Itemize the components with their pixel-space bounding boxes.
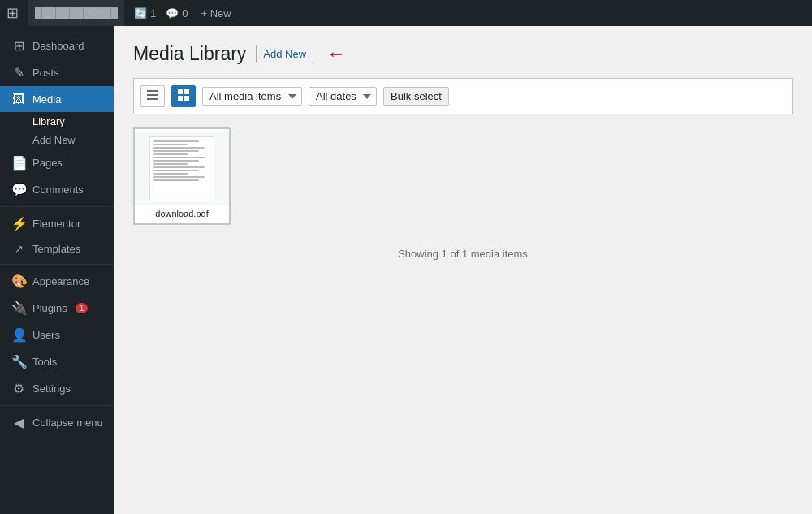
list-view-button[interactable] bbox=[140, 85, 165, 107]
list-view-icon bbox=[147, 89, 158, 101]
sidebar-divider-3 bbox=[0, 405, 114, 406]
media-item[interactable]: download.pdf bbox=[133, 127, 231, 225]
svg-rect-1 bbox=[147, 94, 158, 96]
filter-dates-select[interactable]: All dates bbox=[309, 87, 377, 106]
filter-items-select[interactable]: All media items Images Audio Video Docum… bbox=[202, 87, 302, 106]
content-area: Media Library Add New ← All media items … bbox=[114, 26, 812, 514]
page-header: Media Library Add New ← bbox=[133, 42, 793, 65]
sidebar-item-pages[interactable]: 📄 Pages bbox=[0, 149, 114, 176]
svg-rect-5 bbox=[178, 96, 183, 101]
sidebar-divider-2 bbox=[0, 264, 114, 265]
media-icon: 🖼 bbox=[11, 92, 26, 106]
sidebar-sub-library[interactable]: Library bbox=[0, 112, 114, 131]
comments-icon: 💬 bbox=[11, 182, 26, 197]
sidebar-item-plugins[interactable]: 🔌 Plugins 1 bbox=[0, 295, 114, 322]
sidebar-item-elementor[interactable]: ⚡ Elementor bbox=[0, 210, 114, 237]
dashboard-icon: ⊞ bbox=[11, 38, 26, 54]
sidebar-divider bbox=[0, 206, 114, 207]
top-bar: ⊞ ████████████ 🔄 1 💬 0 + New bbox=[0, 0, 812, 26]
sidebar-item-comments[interactable]: 💬 Comments bbox=[0, 176, 114, 203]
collapse-icon: ◀ bbox=[11, 415, 26, 430]
pages-icon: 📄 bbox=[11, 155, 26, 171]
sidebar-item-appearance[interactable]: 🎨 Appearance bbox=[0, 268, 114, 295]
users-icon: 👤 bbox=[11, 327, 26, 343]
media-count-text: Showing 1 of 1 media items bbox=[398, 248, 528, 260]
site-name[interactable]: ████████████ bbox=[28, 0, 124, 26]
comments-button[interactable]: 💬 0 bbox=[166, 7, 188, 19]
status-bar: Showing 1 of 1 media items bbox=[133, 241, 793, 266]
main-layout: ⊞ Dashboard ✎ Posts 🖼 Media Library Add … bbox=[0, 26, 812, 514]
appearance-icon: 🎨 bbox=[11, 274, 26, 289]
page-title: Media Library bbox=[133, 43, 246, 65]
sidebar-item-collapse[interactable]: ◀ Collapse menu bbox=[0, 409, 114, 436]
posts-icon: ✎ bbox=[11, 65, 26, 80]
svg-rect-3 bbox=[178, 89, 183, 94]
media-toolbar: All media items Images Audio Video Docum… bbox=[133, 78, 793, 114]
tools-icon: 🔧 bbox=[11, 354, 26, 369]
sidebar-item-dashboard[interactable]: ⊞ Dashboard bbox=[0, 32, 114, 59]
sidebar-item-users[interactable]: 👤 Users bbox=[0, 322, 114, 348]
bulk-select-button[interactable]: Bulk select bbox=[383, 87, 449, 106]
sidebar: ⊞ Dashboard ✎ Posts 🖼 Media Library Add … bbox=[0, 26, 114, 514]
media-arrow-icon bbox=[97, 95, 102, 103]
media-item-preview bbox=[135, 132, 229, 205]
sidebar-item-settings[interactable]: ⚙ Settings bbox=[0, 375, 114, 402]
svg-rect-4 bbox=[184, 89, 189, 94]
sidebar-item-media[interactable]: 🖼 Media bbox=[0, 86, 114, 112]
grid-view-button[interactable] bbox=[171, 85, 196, 107]
svg-rect-2 bbox=[147, 98, 158, 100]
elementor-icon: ⚡ bbox=[11, 216, 26, 231]
updates-button[interactable]: 🔄 1 bbox=[134, 7, 156, 19]
wp-logo-icon[interactable]: ⊞ bbox=[6, 4, 19, 22]
sidebar-item-posts[interactable]: ✎ Posts bbox=[0, 59, 114, 86]
add-new-button[interactable]: Add New bbox=[256, 45, 313, 63]
media-filename: download.pdf bbox=[135, 205, 229, 220]
settings-icon: ⚙ bbox=[11, 381, 26, 396]
grid-view-icon bbox=[178, 89, 189, 101]
pdf-preview bbox=[149, 136, 214, 201]
templates-icon: ↗ bbox=[11, 243, 26, 255]
red-arrow-annotation: ← bbox=[326, 42, 346, 65]
svg-rect-0 bbox=[147, 90, 158, 92]
plugins-badge: 1 bbox=[76, 303, 89, 313]
new-content-button[interactable]: + New bbox=[201, 7, 231, 19]
sidebar-sub-add-new[interactable]: Add New bbox=[0, 131, 114, 149]
sidebar-item-templates[interactable]: ↗ Templates bbox=[0, 237, 114, 261]
svg-rect-6 bbox=[184, 96, 189, 101]
plugins-icon: 🔌 bbox=[11, 300, 26, 316]
sidebar-item-tools[interactable]: 🔧 Tools bbox=[0, 348, 114, 375]
media-grid: download.pdf bbox=[133, 127, 793, 225]
